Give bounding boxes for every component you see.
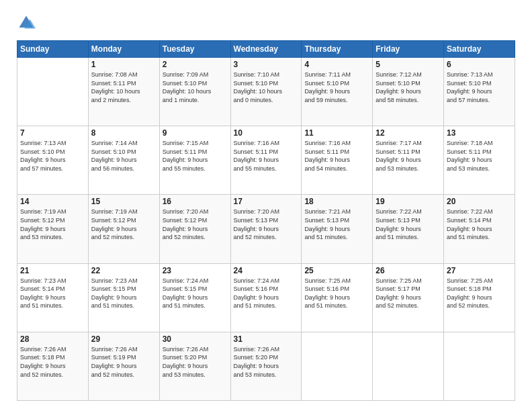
day-number: 14 — [20, 197, 85, 206]
day-cell: 24Sunrise: 7:24 AM Sunset: 5:16 PM Dayli… — [230, 263, 302, 332]
day-info: Sunrise: 7:25 AM Sunset: 5:17 PM Dayligh… — [375, 277, 441, 310]
day-cell: 17Sunrise: 7:20 AM Sunset: 5:13 PM Dayli… — [230, 195, 302, 263]
day-cell: 10Sunrise: 7:16 AM Sunset: 5:11 PM Dayli… — [230, 126, 302, 195]
day-cell: 12Sunrise: 7:17 AM Sunset: 5:11 PM Dayli… — [373, 126, 444, 195]
day-cell: 16Sunrise: 7:20 AM Sunset: 5:12 PM Dayli… — [159, 195, 230, 263]
day-number: 10 — [234, 128, 299, 138]
day-cell: 1Sunrise: 7:08 AM Sunset: 5:11 PM Daylig… — [88, 58, 159, 126]
day-cell: 22Sunrise: 7:23 AM Sunset: 5:15 PM Dayli… — [88, 263, 159, 332]
day-info: Sunrise: 7:22 AM Sunset: 5:14 PM Dayligh… — [447, 208, 512, 241]
week-row-4: 28Sunrise: 7:26 AM Sunset: 5:18 PM Dayli… — [17, 332, 515, 400]
day-info: Sunrise: 7:24 AM Sunset: 5:16 PM Dayligh… — [234, 277, 299, 310]
day-cell — [373, 332, 444, 400]
day-cell: 7Sunrise: 7:13 AM Sunset: 5:10 PM Daylig… — [17, 126, 89, 195]
day-info: Sunrise: 7:16 AM Sunset: 5:11 PM Dayligh… — [234, 139, 299, 173]
day-cell: 25Sunrise: 7:25 AM Sunset: 5:16 PM Dayli… — [302, 263, 373, 332]
day-info: Sunrise: 7:18 AM Sunset: 5:11 PM Dayligh… — [447, 139, 512, 173]
day-number: 8 — [91, 128, 157, 138]
day-number: 18 — [304, 197, 369, 206]
day-cell — [302, 332, 373, 400]
day-info: Sunrise: 7:14 AM Sunset: 5:10 PM Dayligh… — [91, 139, 157, 173]
day-number: 3 — [234, 60, 299, 69]
weekday-header-thursday: Thursday — [302, 41, 373, 58]
day-cell — [17, 58, 89, 126]
day-cell: 11Sunrise: 7:16 AM Sunset: 5:11 PM Dayli… — [302, 126, 373, 195]
day-cell: 29Sunrise: 7:26 AM Sunset: 5:19 PM Dayli… — [88, 332, 159, 400]
day-number: 15 — [91, 197, 157, 206]
day-number: 4 — [304, 60, 369, 69]
day-number: 28 — [20, 334, 85, 344]
logo-icon — [17, 13, 36, 32]
weekday-header-saturday: Saturday — [444, 41, 515, 58]
day-number: 27 — [447, 266, 512, 275]
day-number: 1 — [91, 60, 157, 69]
day-number: 11 — [304, 128, 369, 138]
weekday-row: SundayMondayTuesdayWednesdayThursdayFrid… — [17, 41, 515, 58]
day-number: 6 — [447, 60, 512, 69]
calendar-header: SundayMondayTuesdayWednesdayThursdayFrid… — [17, 41, 515, 58]
day-info: Sunrise: 7:23 AM Sunset: 5:15 PM Dayligh… — [91, 277, 157, 310]
day-number: 19 — [375, 197, 441, 206]
day-info: Sunrise: 7:26 AM Sunset: 5:20 PM Dayligh… — [163, 345, 228, 379]
day-number: 20 — [447, 197, 512, 206]
day-number: 22 — [91, 266, 157, 275]
day-info: Sunrise: 7:26 AM Sunset: 5:20 PM Dayligh… — [234, 345, 299, 379]
day-cell: 19Sunrise: 7:22 AM Sunset: 5:13 PM Dayli… — [373, 195, 444, 263]
day-info: Sunrise: 7:21 AM Sunset: 5:13 PM Dayligh… — [304, 208, 369, 241]
day-info: Sunrise: 7:11 AM Sunset: 5:10 PM Dayligh… — [304, 71, 369, 104]
day-info: Sunrise: 7:13 AM Sunset: 5:10 PM Dayligh… — [20, 139, 85, 173]
day-info: Sunrise: 7:13 AM Sunset: 5:10 PM Dayligh… — [447, 71, 512, 104]
day-number: 16 — [163, 197, 228, 206]
weekday-header-monday: Monday — [88, 41, 159, 58]
day-number: 30 — [163, 334, 228, 344]
day-cell: 3Sunrise: 7:10 AM Sunset: 5:10 PM Daylig… — [230, 58, 302, 126]
day-number: 13 — [447, 128, 512, 138]
logo — [17, 13, 38, 32]
day-info: Sunrise: 7:12 AM Sunset: 5:10 PM Dayligh… — [375, 71, 441, 104]
day-cell: 6Sunrise: 7:13 AM Sunset: 5:10 PM Daylig… — [444, 58, 515, 126]
day-cell: 18Sunrise: 7:21 AM Sunset: 5:13 PM Dayli… — [302, 195, 373, 263]
day-info: Sunrise: 7:25 AM Sunset: 5:16 PM Dayligh… — [304, 277, 369, 310]
day-number: 26 — [375, 266, 441, 275]
week-row-0: 1Sunrise: 7:08 AM Sunset: 5:11 PM Daylig… — [17, 58, 515, 126]
day-cell: 15Sunrise: 7:19 AM Sunset: 5:12 PM Dayli… — [88, 195, 159, 263]
weekday-header-sunday: Sunday — [17, 41, 89, 58]
day-info: Sunrise: 7:19 AM Sunset: 5:12 PM Dayligh… — [91, 208, 157, 241]
calendar-body: 1Sunrise: 7:08 AM Sunset: 5:11 PM Daylig… — [17, 58, 515, 401]
day-info: Sunrise: 7:25 AM Sunset: 5:18 PM Dayligh… — [447, 277, 512, 310]
day-number: 2 — [163, 60, 228, 69]
day-cell: 5Sunrise: 7:12 AM Sunset: 5:10 PM Daylig… — [373, 58, 444, 126]
day-cell: 27Sunrise: 7:25 AM Sunset: 5:18 PM Dayli… — [444, 263, 515, 332]
day-info: Sunrise: 7:19 AM Sunset: 5:12 PM Dayligh… — [20, 208, 85, 241]
day-cell: 14Sunrise: 7:19 AM Sunset: 5:12 PM Dayli… — [17, 195, 89, 263]
day-number: 12 — [375, 128, 441, 138]
header — [17, 13, 515, 32]
week-row-3: 21Sunrise: 7:23 AM Sunset: 5:14 PM Dayli… — [17, 263, 515, 332]
day-number: 21 — [20, 266, 85, 275]
day-info: Sunrise: 7:09 AM Sunset: 5:10 PM Dayligh… — [163, 71, 228, 104]
day-info: Sunrise: 7:26 AM Sunset: 5:19 PM Dayligh… — [91, 345, 157, 379]
week-row-2: 14Sunrise: 7:19 AM Sunset: 5:12 PM Dayli… — [17, 195, 515, 263]
day-cell: 23Sunrise: 7:24 AM Sunset: 5:15 PM Dayli… — [159, 263, 230, 332]
day-info: Sunrise: 7:26 AM Sunset: 5:18 PM Dayligh… — [20, 345, 85, 379]
day-info: Sunrise: 7:10 AM Sunset: 5:10 PM Dayligh… — [234, 71, 299, 104]
day-cell: 8Sunrise: 7:14 AM Sunset: 5:10 PM Daylig… — [88, 126, 159, 195]
day-info: Sunrise: 7:08 AM Sunset: 5:11 PM Dayligh… — [91, 71, 157, 104]
day-info: Sunrise: 7:20 AM Sunset: 5:13 PM Dayligh… — [234, 208, 299, 241]
day-cell: 4Sunrise: 7:11 AM Sunset: 5:10 PM Daylig… — [302, 58, 373, 126]
day-number: 23 — [163, 266, 228, 275]
day-cell: 13Sunrise: 7:18 AM Sunset: 5:11 PM Dayli… — [444, 126, 515, 195]
day-info: Sunrise: 7:24 AM Sunset: 5:15 PM Dayligh… — [163, 277, 228, 310]
day-number: 31 — [234, 334, 299, 344]
week-row-1: 7Sunrise: 7:13 AM Sunset: 5:10 PM Daylig… — [17, 126, 515, 195]
weekday-header-friday: Friday — [373, 41, 444, 58]
day-info: Sunrise: 7:15 AM Sunset: 5:11 PM Dayligh… — [163, 139, 228, 173]
day-cell: 30Sunrise: 7:26 AM Sunset: 5:20 PM Dayli… — [159, 332, 230, 400]
day-info: Sunrise: 7:22 AM Sunset: 5:13 PM Dayligh… — [375, 208, 441, 241]
day-number: 5 — [375, 60, 441, 69]
weekday-header-tuesday: Tuesday — [159, 41, 230, 58]
day-cell: 20Sunrise: 7:22 AM Sunset: 5:14 PM Dayli… — [444, 195, 515, 263]
calendar-table: SundayMondayTuesdayWednesdayThursdayFrid… — [17, 40, 515, 401]
day-info: Sunrise: 7:16 AM Sunset: 5:11 PM Dayligh… — [304, 139, 369, 173]
day-cell: 28Sunrise: 7:26 AM Sunset: 5:18 PM Dayli… — [17, 332, 89, 400]
